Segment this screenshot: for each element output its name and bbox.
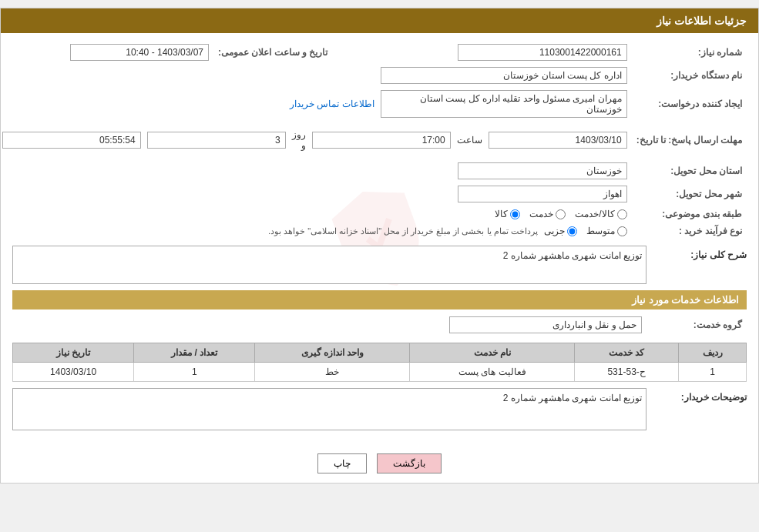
buyer-notes-label: توضیحات خریدار: xyxy=(646,388,747,403)
category-label: طبقه بندی موضوعی: xyxy=(632,206,747,223)
page-header: جزئیات اطلاعات نیاز xyxy=(1,8,758,33)
purchase-type-label: نوع فرآیند خرید : xyxy=(632,223,747,239)
announce-field: 1403/03/07 - 10:40 xyxy=(70,44,209,61)
creator-field: مهران امیری مسئول واحد تقلیه اداره کل پس… xyxy=(381,90,627,118)
city-label: شهر محل تحویل: xyxy=(632,182,747,206)
cell-date: 1403/03/10 xyxy=(13,363,134,382)
deadline-days-label: روز و xyxy=(292,129,306,151)
purchase-type-note: پرداخت تمام یا بخشی از مبلغ خریدار از مح… xyxy=(268,226,538,236)
city-field: اهواز xyxy=(458,186,627,202)
cell-code: ح-53-531 xyxy=(574,363,678,382)
col-unit: واحد اندازه گیری xyxy=(255,343,410,363)
back-button[interactable]: بازگشت xyxy=(377,453,442,473)
buyer-org-label: نام دستگاه خریدار: xyxy=(632,64,747,87)
services-table: ردیف کد خدمت نام خدمت واحد اندازه گیری ت… xyxy=(12,343,747,382)
city-value: اهواز xyxy=(0,182,632,206)
deadline-time-field: 17:00 xyxy=(312,132,451,149)
purchase-type-row: متوسط جزیی پرداخت تمام یا بخشی از مبلغ خ… xyxy=(0,223,632,239)
contact-info-link[interactable]: اطلاعات تماس خریدار xyxy=(290,99,374,109)
order-number-field: 1103001422000161 xyxy=(458,44,627,61)
service-group-label: گروه خدمت: xyxy=(646,313,747,336)
general-desc-label: جزئیات اطلاعات نیاز شرح کلی نیاز: xyxy=(646,246,747,260)
print-button[interactable]: چاپ xyxy=(317,453,367,473)
purchase-type-mutavasit[interactable]: متوسط xyxy=(586,226,627,236)
general-desc-field: توزیع امانت شهری ماهشهر شماره 2 xyxy=(12,246,646,284)
buyer-notes-field: توزیع امانت شهری ماهشهر شماره 2 xyxy=(12,388,646,430)
order-number-label: شماره نیاز: xyxy=(632,41,747,64)
creator-value: مهران امیری مسئول واحد تقلیه اداره کل پس… xyxy=(0,87,632,121)
header-title: جزئیات اطلاعات نیاز xyxy=(657,15,747,27)
deadline-date-field: 1403/03/10 xyxy=(489,132,627,149)
cell-quantity: 1 xyxy=(134,363,255,382)
province-label: استان محل تحویل: xyxy=(632,159,747,182)
button-row: بازگشت چاپ xyxy=(1,444,758,483)
buyer-org-field: اداره کل پست استان خوزستان xyxy=(381,67,627,84)
purchase-type-jozii[interactable]: جزیی xyxy=(544,226,577,236)
announce-label: تاریخ و ساعت اعلان عمومی: xyxy=(213,41,332,64)
service-group-field: حمل و نقل و انبارداری xyxy=(449,316,642,333)
category-khidmat[interactable]: خدمت xyxy=(529,209,566,219)
deadline-remaining-field: 05:55:54 xyxy=(2,132,141,149)
col-date: تاریخ نیاز xyxy=(13,343,134,363)
service-group-value: حمل و نقل و انبارداری xyxy=(12,313,646,336)
cell-name: فعالیت های پست xyxy=(410,363,574,382)
province-value: خوزستان xyxy=(0,159,632,182)
creator-label: ایجاد کننده درخواست: xyxy=(632,87,747,121)
deadline-label: مهلت ارسال پاسخ: تا تاریخ: xyxy=(632,121,747,159)
deadline-row: 1403/03/10 ساعت 17:00 روز و 3 05:5 xyxy=(0,121,632,159)
col-name: نام خدمت xyxy=(410,343,574,363)
order-number-value: 1103001422000161 xyxy=(332,41,631,64)
col-qty: تعداد / مقدار xyxy=(134,343,255,363)
province-field: خوزستان xyxy=(458,162,627,179)
services-section-header: اطلاعات خدمات مورد نیاز xyxy=(12,290,747,309)
category-kala-khidmat[interactable]: کالا/خدمت xyxy=(575,209,626,219)
category-kala[interactable]: کالا xyxy=(495,209,520,219)
cell-row: 1 xyxy=(679,363,747,382)
announce-value: 1403/03/07 - 10:40 xyxy=(0,41,213,64)
cell-unit: خط xyxy=(255,363,410,382)
table-row: 1 ح-53-531 فعالیت های پست خط 1 1403/03/1… xyxy=(13,363,747,382)
deadline-time-label: ساعت xyxy=(457,135,482,146)
col-row: ردیف xyxy=(679,343,747,363)
col-code: کد خدمت xyxy=(574,343,678,363)
category-options: کالا/خدمت خدمت کالا xyxy=(0,206,632,223)
deadline-days-field: 3 xyxy=(147,132,286,149)
buyer-org-value: اداره کل پست استان خوزستان xyxy=(0,64,632,87)
